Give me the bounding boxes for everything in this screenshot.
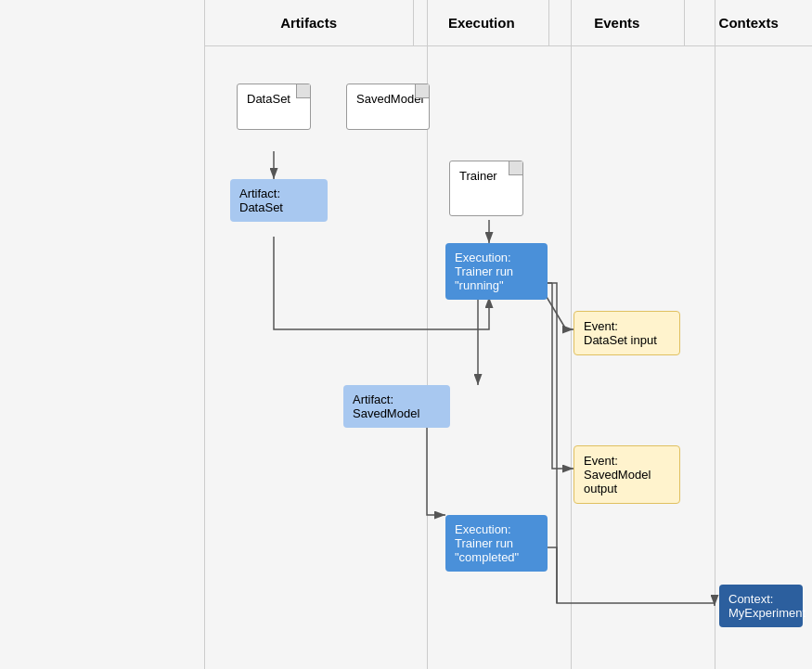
exec-completed-line2: Trainer run	[455, 536, 513, 550]
artifact-savedmodel-line1: Artifact:	[353, 392, 393, 406]
artifact-dataset-line1: Artifact:	[239, 187, 280, 200]
artifact-dataset-node: Artifact: DataSet	[230, 179, 328, 222]
event-savedmodel-line2: SavedModel	[584, 468, 651, 482]
dataset-type-node: DataSet	[237, 84, 311, 130]
exec-running-line3: "running"	[455, 278, 504, 292]
col-header-contexts: Contexts	[685, 0, 812, 45]
dataset-type-label: DataSet	[247, 92, 290, 106]
event-dataset-line1: Event:	[584, 319, 618, 333]
event-dataset-input-node: Event: DataSet input	[574, 311, 680, 355]
context-myexperiment-node: Context: MyExperiment	[719, 585, 803, 627]
col-header-execution: Execution	[414, 0, 549, 45]
exec-completed-line3: "completed"	[455, 550, 519, 564]
event-savedmodel-line3: output	[584, 482, 617, 495]
exec-running-line1: Execution:	[455, 251, 511, 264]
col-header-artifacts: Artifacts	[204, 0, 414, 45]
artifacts-label: Artifacts	[280, 15, 337, 31]
exec-running-line2: Trainer run	[455, 264, 513, 278]
trainer-label: Trainer	[459, 169, 497, 183]
exec-completed-line1: Execution:	[455, 522, 511, 536]
execution-label: Execution	[448, 15, 515, 31]
execution-completed-node: Execution: Trainer run "completed"	[445, 515, 548, 572]
trainer-type-node: Trainer	[449, 161, 523, 216]
artifact-dataset-line2: DataSet	[239, 200, 283, 214]
savedmodel-type-node: SavedModel	[346, 84, 430, 130]
event-savedmodel-output-node: Event: SavedModel output	[574, 445, 680, 504]
left-border	[204, 0, 205, 669]
contexts-label: Contexts	[719, 15, 779, 31]
artifact-savedmodel-line2: SavedModel	[353, 406, 419, 420]
divider-events-contexts	[715, 0, 715, 669]
context-line1: Context:	[728, 592, 773, 606]
events-label: Events	[594, 15, 639, 31]
divider-execution-events	[571, 0, 572, 669]
event-dataset-line2: DataSet input	[584, 333, 657, 347]
execution-running-node: Execution: Trainer run "running"	[445, 243, 548, 300]
artifact-savedmodel-node: Artifact: SavedModel	[343, 385, 450, 428]
savedmodel-type-label: SavedModel	[356, 92, 423, 106]
event-savedmodel-line1: Event:	[584, 454, 618, 468]
diagram-container: Artifacts Execution Events Contexts	[0, 0, 812, 669]
context-line2: MyExperiment	[728, 606, 806, 620]
